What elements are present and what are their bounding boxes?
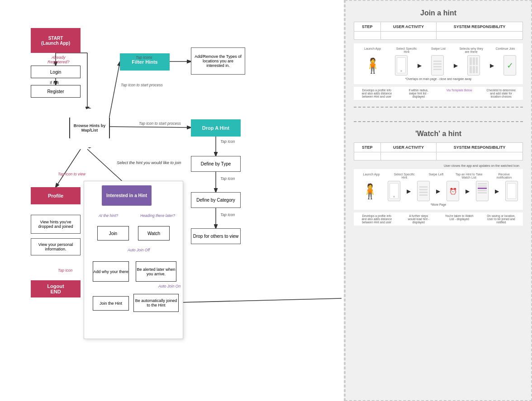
select-hint-annotation: Select the hint you would like to join [117, 160, 181, 165]
right-panel: Join a hint STEP USER ACTIVITY SYSTEM RE… [344, 0, 532, 401]
join-step-note: *Overlaps on main page - close and navig… [356, 77, 521, 80]
tap-icon-2-annotation: Tap Icon [220, 176, 235, 181]
if-not-label: If not [50, 80, 59, 85]
start-node: START (Launch App) [31, 28, 81, 53]
tap-icon-3-annotation: Tap Icon [220, 212, 235, 217]
add-why-box: Add why your there [93, 261, 129, 282]
tap-icon-start-annotation: Tap Icon to start process [121, 83, 163, 87]
view-hints-box: View hints you've dropped and joined [31, 215, 81, 234]
already-registered-label: Already Registered? [48, 55, 70, 64]
watch-hint-title: 'Watch' a hint [354, 130, 523, 138]
watch-descs: Develops a profile info and also adds di… [354, 212, 523, 226]
heading-later-annotation: Heading there later? [140, 213, 175, 218]
be-alerted-box: Be alerted later when you arrive. [136, 261, 176, 282]
tap-icon-profile-annotation: Tap Icon [58, 268, 72, 273]
auto-join-off-annotation: Auto Join Off [128, 248, 150, 252]
auto-join-on-annotation: Auto Join On [158, 284, 180, 288]
tap-icons-annotation: Tap Icons [136, 55, 152, 60]
join-hint-section: Join a hint STEP USER ACTIVITY SYSTEM RE… [345, 0, 532, 104]
svg-line-12 [87, 149, 127, 185]
interested-node: Interested in a Hint [102, 185, 152, 206]
col-step-w: STEP [354, 143, 381, 152]
join-node: Join [97, 226, 129, 241]
col-user-activity: USER ACTIVITY [380, 22, 437, 32]
browse-hints-hex: Browse Hints by Map/List [69, 108, 110, 148]
define-cat-box: Define by Category [191, 192, 241, 208]
join-icons-row: 🧍 ▶ ▶ [356, 55, 521, 75]
section-separator-1 [354, 107, 523, 108]
define-type-box: Define by Type [191, 156, 241, 172]
tap-icon-drop-annotation: Tap Icon to start process [139, 121, 181, 126]
login-box: Login [31, 66, 81, 78]
join-hint-title: Join a hint [354, 9, 523, 17]
col-user-activity-w: USER ACTIVITY [380, 143, 437, 152]
join-hint-table: STEP USER ACTIVITY SYSTEM RESPONSIBILITY [354, 22, 523, 40]
watch-icons-row: 🧍 ▶ ▶ [356, 181, 521, 201]
join-journey-container: Launch App Select SpecificHint Swipe Lis… [354, 43, 523, 84]
tap-icon-1-annotation: Tap Icon [220, 139, 235, 144]
col-system-resp: SYSTEM RESPONSIBILITY [437, 22, 523, 32]
add-remove-box: Add/Remove the Types of locations you ar… [191, 47, 245, 75]
col-step: STEP [354, 22, 381, 32]
table-row [354, 32, 523, 40]
watch-node: Watch [138, 226, 170, 241]
svg-line-19 [179, 298, 342, 302]
watch-hint-section: 'Watch' a hint STEP USER ACTIVITY SYSTEM… [345, 124, 532, 230]
auto-joined-box: Be automatically joined to the Hint [133, 294, 179, 312]
join-hint-box: Join the Hint [93, 296, 129, 311]
drop-hint-button[interactable]: Drop A Hint [191, 119, 241, 137]
section-separator-2 [354, 121, 523, 122]
left-panel: START (Launch App) Already Registered? L… [0, 0, 344, 401]
svg-line-11 [56, 149, 81, 187]
watch-hint-table: STEP USER ACTIVITY SYSTEM RESPONSIBILITY [354, 142, 523, 160]
table-row-w [354, 152, 523, 160]
watch-step-labels: Launch App Select Specific Hint Swipe Le… [356, 173, 521, 179]
logout-box: Logout END [31, 280, 81, 297]
gap-area [345, 110, 532, 119]
col-system-resp-w: SYSTEM RESPONSIBILITY [437, 143, 523, 152]
join-descs: Develops a profile info and also adds di… [354, 87, 523, 100]
view-personal-box: View your personal information. [31, 238, 81, 255]
profile-box[interactable]: Profile [31, 187, 81, 204]
svg-line-7 [108, 127, 191, 127]
drop-others-box: Drop for others to view [191, 228, 241, 244]
watch-note: *More Page [356, 203, 521, 206]
tap-icon-view-annotation: Tap Icon to view [58, 172, 86, 176]
user-closes-label: User closes the app and updates on the w… [354, 164, 523, 167]
at-hint-annotation: At the hint? [99, 213, 118, 218]
join-step-labels: Launch App Select SpecificHint Swipe Lis… [356, 47, 521, 53]
watch-journey-container: Launch App Select Specific Hint Swipe Le… [354, 169, 523, 210]
register-box: Register [31, 85, 81, 98]
